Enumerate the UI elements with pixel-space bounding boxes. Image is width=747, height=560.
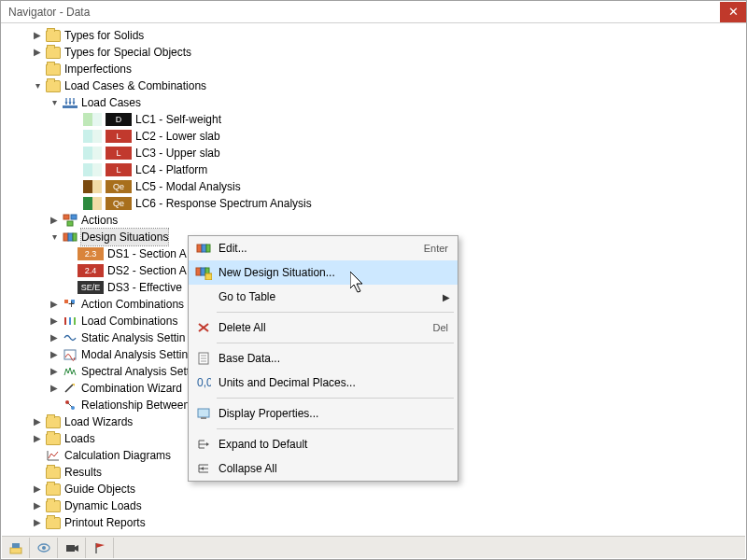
tree-label: LC6 - Response Spectrum Analysis (135, 195, 312, 212)
toolbar-camera-button[interactable] (58, 538, 86, 558)
lc-type-badge: L (106, 147, 132, 160)
tree-label: Guide Objects (64, 481, 135, 497)
svg-rect-7 (63, 215, 69, 219)
svg-rect-10 (63, 233, 68, 241)
svg-point-55 (42, 546, 46, 550)
menu-accelerator: Enter (424, 243, 448, 254)
chevron-right-icon[interactable]: ▶ (48, 331, 61, 344)
tree-item-lc4[interactable]: L LC4 - Platform (8, 161, 746, 178)
new-design-situation-icon (194, 264, 213, 281)
menu-label: Base Data... (218, 352, 448, 365)
tree-item-lc5[interactable]: Qe LC5 - Modal Analysis (8, 178, 746, 195)
units-icon: 0,00 (194, 374, 213, 391)
submenu-arrow-icon: ▶ (443, 292, 450, 302)
menu-item-go-to-table[interactable]: Go to Table ▶ (189, 285, 458, 309)
folder-icon (46, 517, 61, 529)
tree-item-lc6[interactable]: Qe LC6 - Response Spectrum Analysis (8, 195, 746, 212)
ds-badge: 2.4 (78, 264, 104, 277)
menu-item-delete-all[interactable]: Delete All Del (189, 315, 458, 340)
edit-icon (194, 240, 213, 257)
menu-label: New Design Situation... (218, 266, 448, 279)
chevron-right-icon[interactable]: ▶ (48, 315, 61, 328)
modal-analysis-icon (63, 348, 78, 361)
chevron-right-icon[interactable]: ▶ (31, 516, 44, 529)
toolbar-project-button[interactable] (2, 538, 30, 558)
chevron-down-icon[interactable]: ▾ (48, 96, 61, 109)
svg-marker-31 (205, 273, 212, 280)
menu-accelerator: Del (432, 322, 448, 333)
bottom-toolbar (2, 536, 745, 558)
tree-item-imperfections[interactable]: ▶ Imperfections (8, 61, 746, 77)
menu-separator (217, 398, 454, 399)
tree-item-guide-objects[interactable]: ▶ Guide Objects (8, 481, 746, 497)
toolbar-flag-button[interactable] (86, 538, 114, 558)
tree-item-lc2[interactable]: L LC2 - Lower slab (8, 128, 746, 145)
tree-item-printout[interactable]: ▶ Printout Reports (8, 514, 746, 531)
tree-label: Load Combinations (81, 313, 177, 329)
svg-marker-6 (73, 102, 76, 105)
svg-line-20 (65, 385, 73, 392)
lc-color-tags (83, 197, 102, 210)
menu-item-edit[interactable]: Edit... Enter (189, 236, 458, 260)
chevron-right-icon[interactable]: ▶ (48, 214, 61, 227)
tree-item-dynamic-loads[interactable]: ▶ Dynamic Loads (8, 497, 746, 514)
toolbar-view-button[interactable] (30, 538, 58, 558)
load-combinations-icon (63, 315, 78, 328)
chevron-right-icon[interactable]: ▶ (31, 483, 44, 496)
menu-item-display-properties[interactable]: Display Properties... (189, 401, 458, 426)
svg-line-24 (68, 403, 72, 407)
chevron-right-icon[interactable]: ▶ (31, 432, 44, 445)
tree-item-lc3[interactable]: L LC3 - Upper slab (8, 145, 746, 161)
chevron-down-icon[interactable]: ▾ (31, 79, 44, 92)
lc-type-badge: Qe (106, 180, 132, 193)
close-button[interactable]: ✕ (720, 2, 746, 22)
menu-label: Units and Decimal Places... (218, 376, 448, 389)
svg-rect-28 (196, 268, 201, 275)
chevron-right-icon[interactable]: ▶ (48, 365, 61, 378)
menu-label: Expand to Default (218, 438, 448, 451)
svg-marker-57 (75, 545, 78, 552)
display-properties-icon (194, 405, 213, 422)
tree-item-load-cases[interactable]: ▾ Load Cases (8, 94, 746, 111)
tree-item-actions[interactable]: ▶ Actions (8, 212, 746, 229)
action-combinations-icon: + (63, 298, 78, 311)
tree-item-lc1[interactable]: D LC1 - Self-weight (8, 111, 746, 128)
chevron-right-icon[interactable]: ▶ (48, 382, 61, 395)
svg-rect-0 (63, 105, 78, 108)
menu-item-collapse[interactable]: Collapse All (189, 456, 458, 481)
svg-rect-29 (201, 268, 205, 275)
lc-type-badge: D (106, 113, 132, 126)
svg-rect-19 (64, 350, 76, 359)
tree-label: DS3 - Effective (107, 279, 182, 296)
tree-item-lcc[interactable]: ▾ Load Cases & Combinations (8, 77, 746, 94)
menu-separator (217, 428, 454, 429)
tree-label: Spectral Analysis Sett (81, 363, 190, 380)
chevron-right-icon[interactable]: ▶ (48, 298, 61, 311)
tree-item-types-solids[interactable]: ▶ Types for Solids (8, 27, 746, 44)
tree-label: Results (64, 464, 102, 481)
menu-label: Collapse All (218, 462, 448, 475)
menu-label: Edit... (218, 242, 424, 255)
tree-item-types-special[interactable]: ▶ Types for Special Objects (8, 44, 746, 61)
menu-item-new-design-situation[interactable]: New Design Situation... (189, 260, 458, 285)
svg-text:0,00: 0,00 (197, 376, 211, 389)
svg-text:+: + (68, 298, 75, 311)
menu-item-base-data[interactable]: Base Data... (189, 346, 458, 371)
lc-color-tags (83, 163, 102, 176)
folder-icon (46, 500, 61, 512)
chevron-down-icon[interactable]: ▾ (48, 231, 61, 244)
chevron-right-icon[interactable]: ▶ (31, 29, 44, 42)
tree-label: Modal Analysis Settin (81, 346, 188, 363)
chevron-right-icon[interactable]: ▶ (31, 415, 44, 428)
svg-marker-59 (96, 543, 105, 548)
folder-icon (46, 467, 61, 479)
chevron-right-icon[interactable]: ▶ (48, 348, 61, 361)
tree-label: Load Wizards (64, 413, 133, 430)
menu-item-expand[interactable]: Expand to Default (189, 432, 458, 456)
titlebar: Navigator - Data ✕ (1, 1, 746, 23)
folder-icon (46, 80, 61, 92)
chevron-right-icon[interactable]: ▶ (31, 46, 44, 59)
chevron-right-icon[interactable]: ▶ (31, 499, 44, 512)
tree-label: DS2 - Section A (107, 262, 187, 279)
menu-item-units[interactable]: 0,00 Units and Decimal Places... (189, 371, 458, 395)
